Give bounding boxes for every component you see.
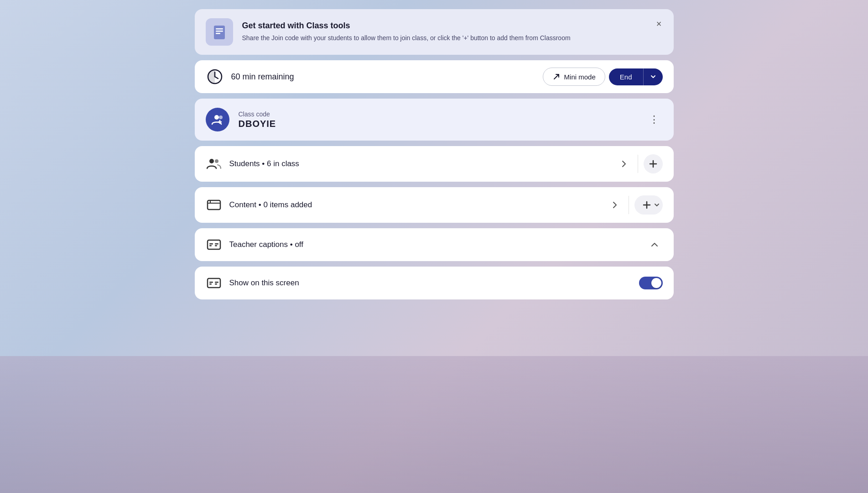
chevron-up-icon <box>650 240 659 249</box>
mini-mode-label: Mini mode <box>564 73 596 81</box>
notification-body: Share the Join code with your students t… <box>242 33 663 43</box>
svg-rect-18 <box>215 282 218 283</box>
teacher-captions-row: Teacher captions • off <box>195 228 674 261</box>
svg-rect-15 <box>208 278 220 288</box>
svg-rect-2 <box>216 31 223 32</box>
content-actions <box>607 195 663 215</box>
svg-rect-10 <box>208 240 220 249</box>
students-actions <box>616 154 663 173</box>
show-on-screen-label: Show on this screen <box>229 278 632 288</box>
teacher-captions-label: Teacher captions • off <box>229 240 639 249</box>
svg-rect-19 <box>215 283 217 285</box>
students-divider <box>638 155 638 173</box>
svg-point-8 <box>215 159 218 163</box>
content-icon <box>206 197 222 213</box>
class-code-more-button[interactable]: ⋮ <box>646 111 663 128</box>
students-icon <box>206 156 222 172</box>
chevron-down-icon <box>654 202 660 208</box>
add-student-button[interactable] <box>644 154 663 173</box>
svg-rect-3 <box>216 33 220 34</box>
svg-point-7 <box>209 159 214 163</box>
plus-icon <box>648 159 658 169</box>
class-code-value: DBOYIE <box>239 119 637 129</box>
captions-icon <box>206 236 222 253</box>
close-icon: × <box>656 19 662 29</box>
svg-rect-9 <box>208 200 220 210</box>
show-on-screen-toggle[interactable] <box>639 277 663 289</box>
timer-icon <box>206 68 224 86</box>
end-button[interactable]: End <box>609 68 643 85</box>
svg-rect-16 <box>209 282 213 283</box>
content-row: Content • 0 items added <box>195 187 674 223</box>
add-student-icon <box>211 113 224 126</box>
students-expand-button[interactable] <box>616 156 632 172</box>
show-on-screen-row: Show on this screen <box>195 267 674 299</box>
svg-rect-1 <box>216 28 223 30</box>
chevron-right-icon <box>610 200 619 210</box>
svg-rect-13 <box>215 243 218 245</box>
svg-rect-0 <box>214 26 225 39</box>
timer-actions: Mini mode End <box>543 68 663 86</box>
close-notification-button[interactable]: × <box>652 16 666 31</box>
document-icon <box>211 24 228 40</box>
notification-banner: Get started with Class tools Share the J… <box>195 9 674 55</box>
end-button-group: End <box>609 68 663 85</box>
add-content-button[interactable] <box>634 195 663 215</box>
timer-text: 60 min remaining <box>231 72 535 82</box>
show-on-screen-icon <box>206 275 222 291</box>
svg-point-5 <box>214 115 219 120</box>
class-code-label: Class code <box>239 110 637 118</box>
plus-icon <box>642 200 652 210</box>
notification-text: Get started with Class tools Share the J… <box>242 21 663 43</box>
more-icon: ⋮ <box>649 114 660 126</box>
svg-point-6 <box>219 115 223 119</box>
class-code-avatar <box>206 108 229 131</box>
class-code-row: Class code DBOYIE ⋮ <box>195 99 674 141</box>
content-divider <box>629 196 629 214</box>
svg-rect-14 <box>215 245 217 246</box>
end-dropdown-button[interactable] <box>643 68 663 85</box>
chevron-down-icon <box>650 73 656 80</box>
svg-rect-11 <box>209 243 213 245</box>
mini-mode-button[interactable]: Mini mode <box>543 68 605 86</box>
toggle-container <box>639 277 663 289</box>
chevron-right-icon <box>619 159 629 168</box>
mini-mode-icon <box>552 73 561 81</box>
students-label: Students • 6 in class <box>229 159 608 168</box>
svg-rect-17 <box>209 283 212 285</box>
svg-rect-12 <box>209 245 212 246</box>
students-row: Students • 6 in class <box>195 146 674 182</box>
timer-row: 60 min remaining Mini mode End <box>195 60 674 93</box>
teacher-captions-expand-button[interactable] <box>646 236 663 253</box>
notification-title: Get started with Class tools <box>242 21 663 31</box>
class-code-info: Class code DBOYIE <box>239 110 637 129</box>
notification-icon <box>206 18 233 46</box>
content-label: Content • 0 items added <box>229 200 599 210</box>
main-panel: Get started with Class tools Share the J… <box>195 9 674 299</box>
content-expand-button[interactable] <box>607 197 623 213</box>
